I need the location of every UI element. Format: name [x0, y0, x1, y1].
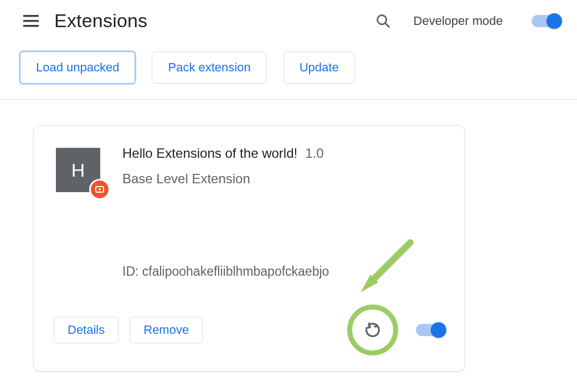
extension-title-line: Hello Extensions of the world! 1.0	[122, 146, 445, 161]
reload-annotation-wrap	[347, 305, 398, 355]
svg-line-4	[385, 23, 389, 27]
extension-enable-toggle[interactable]	[416, 324, 445, 336]
details-button[interactable]: Details	[54, 317, 119, 343]
remove-button[interactable]: Remove	[130, 317, 203, 343]
extension-description: Base Level Extension	[122, 171, 445, 187]
toggle-knob	[431, 322, 446, 338]
extension-card-bottom: Details Remove	[54, 305, 445, 355]
svg-rect-1	[23, 20, 39, 22]
extension-card: H Hello Extensions of the world! 1.0 Bas…	[33, 125, 465, 372]
extension-icon-letter: H	[71, 159, 85, 181]
developer-mode-toggle[interactable]	[532, 15, 560, 27]
extension-list: H Hello Extensions of the world! 1.0 Bas…	[0, 100, 577, 392]
header: Extensions Developer mode	[0, 0, 577, 42]
page-title: Extensions	[54, 10, 147, 32]
extension-title: Hello Extensions of the world!	[122, 146, 297, 161]
extension-meta: Hello Extensions of the world! 1.0 Base …	[122, 146, 445, 279]
update-button[interactable]: Update	[284, 51, 355, 84]
load-unpacked-button[interactable]: Load unpacked	[20, 51, 135, 84]
action-bar: Load unpacked Pack extension Update	[0, 42, 577, 100]
svg-point-6	[99, 188, 101, 190]
pack-extension-button[interactable]: Pack extension	[152, 51, 266, 84]
extension-id-value: cfalipoohakefliiblhmbapofckaebjo	[142, 264, 329, 278]
extension-icon: H	[56, 148, 100, 192]
extension-version: 1.0	[305, 146, 323, 161]
svg-rect-0	[23, 15, 39, 17]
svg-rect-2	[23, 25, 39, 27]
extension-id-label: ID:	[122, 264, 138, 278]
annotation-circle	[347, 305, 398, 355]
extension-id: ID: cfalipoohakefliiblhmbapofckaebjo	[122, 264, 445, 279]
unpacked-badge-icon	[89, 179, 110, 200]
extension-card-top: H Hello Extensions of the world! 1.0 Bas…	[54, 146, 445, 279]
search-icon[interactable]	[374, 12, 393, 30]
toggle-knob	[547, 13, 562, 29]
menu-icon[interactable]	[23, 13, 39, 29]
developer-mode-label: Developer mode	[414, 14, 503, 28]
